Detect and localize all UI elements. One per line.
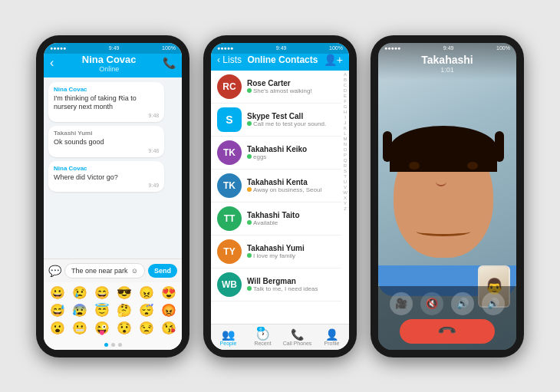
recent-badge: 6	[257, 327, 265, 331]
tab-recent-label: Recent	[254, 341, 271, 346]
emoji-6[interactable]: 😅	[47, 303, 68, 319]
emoji-page-dots	[44, 340, 182, 350]
contact-will[interactable]: WB Will Bergman Talk to me, I need ideas	[211, 268, 341, 301]
back-button[interactable]: ‹	[50, 56, 54, 70]
contacts-back-button[interactable]: ‹ Lists	[217, 54, 242, 65]
msg-text-2: Ok sounds good	[54, 138, 159, 147]
emoji-1[interactable]: 😢	[69, 285, 90, 301]
time-2: 9:49	[276, 45, 287, 51]
tab-people-label: People	[220, 341, 237, 346]
status-bar-1: ●●●●● 9:49 100%	[44, 43, 182, 54]
avatar-rose: RC	[217, 74, 242, 99]
tab-call-phones[interactable]: 📞 Call Phones	[280, 324, 315, 350]
emoji-5[interactable]: 😍	[158, 285, 179, 301]
message-3: Nina Covac Where did Victor go? 9:49	[48, 161, 164, 193]
contact-taito[interactable]: TT Takhashi Taito Available	[211, 203, 341, 236]
avatar-keiko: TK	[217, 140, 242, 165]
call-duration: 1:01	[440, 66, 454, 74]
msg-time-2: 9:48	[54, 148, 159, 153]
emoji-4[interactable]: 😠	[136, 285, 156, 301]
chat-input-mode-icon[interactable]: 💬	[48, 265, 61, 277]
contact-name-yumi: Takahashi Yumi	[247, 244, 335, 252]
tab-people[interactable]: 👥 People	[211, 324, 245, 350]
msg-sender-2: Takashi Yumi	[54, 130, 159, 137]
contact-kenta[interactable]: TK Takahashi Kenta Away on business, Seo…	[211, 170, 341, 203]
contacts-tabs: 👥 People 6 🕐 Recent 📞 Call Phones 👤 Prof…	[211, 324, 349, 350]
emoji-grid: 😀 😢 😄 😎 😠 😍 😅 😰 😇 🤔 😴 😡 😮 😬 😜 😯 😒 😘	[44, 282, 182, 339]
avatar-skype: S	[217, 107, 242, 132]
emoji-3[interactable]: 😎	[114, 285, 134, 301]
emoji-12[interactable]: 😮	[47, 321, 68, 337]
tab-recent[interactable]: 6 🕐 Recent	[245, 324, 280, 350]
contact-info-will: Will Bergman Talk to me, I need ideas	[247, 277, 335, 292]
contact-info-keiko: Takahashi Keiko eggs	[247, 145, 335, 160]
emoji-0[interactable]: 😀	[47, 285, 68, 301]
emoji-11[interactable]: 😡	[158, 303, 179, 319]
status-bar-2: ●●●●● 9:49 100%	[211, 43, 349, 54]
kid-face	[394, 135, 493, 258]
emoji-14[interactable]: 😜	[91, 321, 112, 337]
emoji-17[interactable]: 😘	[158, 321, 179, 337]
status-dot-taito	[247, 220, 252, 225]
video-toggle-button[interactable]: 🎥	[390, 292, 413, 315]
kid-nose	[436, 177, 446, 186]
end-call-button[interactable]: 📞	[400, 319, 495, 344]
emoji-10[interactable]: 😴	[136, 303, 156, 319]
emoji-9[interactable]: 🤔	[114, 303, 134, 319]
contact-status-will: Talk to me, I need ideas	[247, 285, 335, 292]
video-controls: 🎥 🔇 🔊 🔊 📞	[378, 286, 516, 350]
kid-smile	[417, 227, 470, 236]
kid-hair-side-r	[495, 131, 504, 162]
control-row-top: 🎥 🔇 🔊 🔊	[384, 292, 510, 315]
msg-text-3: Where did Victor go?	[54, 173, 159, 183]
msg-sender-1: Nina Covac	[54, 86, 159, 93]
emoji-16[interactable]: 😒	[136, 321, 156, 337]
speaker-button[interactable]: 🔊	[451, 292, 474, 315]
video-call-screen: ●●●●● 9:49 100%	[378, 43, 516, 350]
tab-call-phones-label: Call Phones	[283, 341, 312, 346]
contacts-title: Online Contacts	[245, 54, 321, 65]
msg-text-1: I'm thinking of taking Ria to nursery ne…	[54, 94, 159, 112]
contacts-list: RC Rose Carter She's almost walking! S S…	[211, 71, 349, 324]
dot-3	[118, 343, 122, 347]
status-dot-will	[247, 286, 252, 291]
contact-info-skype: Skype Test Call Call me to test your sou…	[247, 112, 335, 127]
tab-profile[interactable]: 👤 Profile	[315, 324, 349, 350]
alpha-scroll[interactable]: ABCDE FGHIJ KLMNO PQRST UVWXYZ	[341, 71, 349, 324]
chat-input-field[interactable]: The one near park ☺	[64, 263, 145, 278]
contact-rose-carter[interactable]: RC Rose Carter She's almost walking!	[211, 71, 341, 104]
emoji-13[interactable]: 😬	[69, 321, 90, 337]
send-button[interactable]: Send	[148, 264, 177, 278]
contacts-items: RC Rose Carter She's almost walking! S S…	[211, 71, 341, 324]
contact-status-kenta: Away on business, Seoul	[247, 186, 335, 193]
phone-contacts: ●●●●● 9:49 100% ‹ Lists Online Contacts …	[203, 35, 357, 357]
contact-name-will: Will Bergman	[247, 277, 335, 285]
avatar-taito: TT	[217, 206, 242, 231]
people-tab-icon: 👥	[222, 328, 235, 341]
end-call-icon: 📞	[436, 321, 458, 342]
emoji-8[interactable]: 😇	[91, 303, 112, 319]
message-1: Nina Covac I'm thinking of taking Ria to…	[48, 82, 164, 122]
call-phones-tab-icon: 📞	[291, 328, 304, 341]
contact-keiko[interactable]: TK Takahashi Keiko eggs	[211, 137, 341, 170]
emoji-2[interactable]: 😄	[91, 285, 112, 301]
speaker2-button[interactable]: 🔊	[482, 292, 505, 315]
chat-input-row: 💬 The one near park ☺ Send	[44, 259, 182, 282]
add-contact-icon[interactable]: 👤+	[324, 54, 343, 66]
kid-eye-l	[409, 162, 420, 170]
contact-status-skype: Call me to test your sound.	[247, 120, 335, 127]
signal-dots: ●●●●●	[50, 45, 66, 51]
emoji-7[interactable]: 😰	[69, 303, 90, 319]
profile-tab-icon: 👤	[325, 328, 338, 341]
chat-contact-info: Nina Covac Online	[58, 54, 160, 73]
msg-sender-3: Nina Covac	[54, 165, 159, 172]
chat-contact-name: Nina Covac	[58, 54, 160, 65]
emoji-15[interactable]: 😯	[114, 321, 134, 337]
mute-button[interactable]: 🔇	[420, 292, 443, 315]
contact-yumi[interactable]: TY Takahashi Yumi I love my family	[211, 236, 341, 268]
contact-skype-test[interactable]: S Skype Test Call Call me to test your s…	[211, 104, 341, 137]
contact-status-yumi: I love my family	[247, 252, 335, 259]
status-dot-rose	[247, 88, 252, 93]
call-icon[interactable]: 📞	[163, 57, 176, 69]
avatar-yumi: TY	[217, 239, 242, 264]
